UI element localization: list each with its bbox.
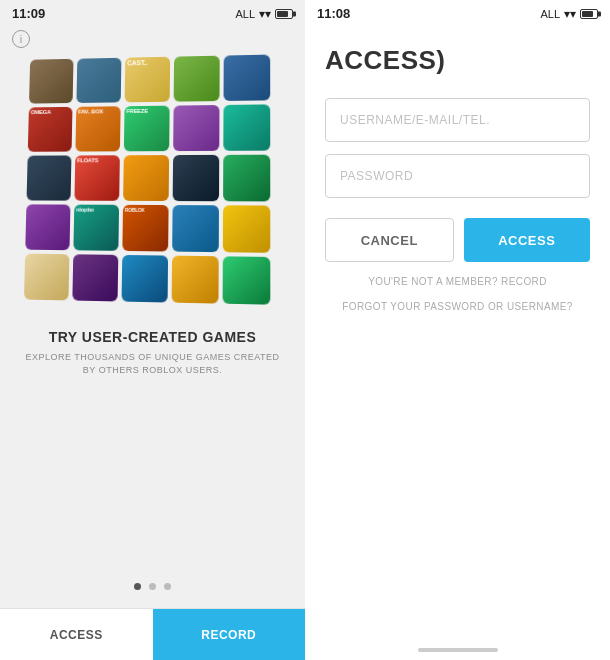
dot-2[interactable] <box>149 583 156 590</box>
game-tile[interactable] <box>23 254 68 301</box>
username-input[interactable] <box>325 98 590 142</box>
game-tile[interactable]: FLOATS <box>74 155 119 201</box>
game-tile[interactable] <box>121 255 168 303</box>
game-tile[interactable] <box>26 155 71 200</box>
network-left: ALL <box>235 8 255 20</box>
game-tile[interactable] <box>223 104 270 150</box>
info-icon[interactable]: i <box>12 30 30 48</box>
left-screen: 11:09 ALL ▾▾ i CAST.. OMEGA FAV.. BOX FR… <box>0 0 305 660</box>
game-tile[interactable]: FREEZE <box>123 106 169 152</box>
home-bar <box>418 648 498 652</box>
wifi-icon-right: ▾▾ <box>564 7 576 21</box>
promo-text: TRY USER-CREATED GAMES EXPLORE THOUSANDS… <box>0 329 305 376</box>
game-tile[interactable] <box>29 59 73 104</box>
game-tile[interactable] <box>25 204 70 250</box>
games-grid: CAST.. OMEGA FAV.. BOX FREEZE FLOATS nlo… <box>23 54 284 305</box>
not-member-link[interactable]: YOU'RE NOT A MEMBER? RECORD <box>325 276 590 287</box>
game-tile[interactable] <box>172 205 219 252</box>
dot-3[interactable] <box>164 583 171 590</box>
status-icons-right: ALL ▾▾ <box>540 7 598 21</box>
game-tile[interactable] <box>76 58 121 103</box>
game-tile[interactable]: ROBLOX <box>122 205 168 252</box>
game-tile[interactable] <box>171 256 218 304</box>
game-tile[interactable]: OMEGA <box>27 107 72 152</box>
game-tile[interactable]: FAV.. BOX <box>75 106 120 151</box>
time-right: 11:08 <box>317 6 350 21</box>
game-tile[interactable]: nlopbo <box>73 205 119 251</box>
promo-subtitle: EXPLORE THOUSANDS OF UNIQUE GAMES CREATE… <box>0 351 305 376</box>
promo-title: TRY USER-CREATED GAMES <box>0 329 305 345</box>
status-bar-right: 11:08 ALL ▾▾ <box>305 0 610 25</box>
dot-1[interactable] <box>134 583 141 590</box>
battery-icon-left <box>275 9 293 19</box>
right-screen: 11:08 ALL ▾▾ ACCESS) CANCEL ACCESS YOU'R… <box>305 0 610 660</box>
game-tile[interactable] <box>223 55 270 101</box>
pagination-dots <box>134 583 171 590</box>
games-grid-container: CAST.. OMEGA FAV.. BOX FREEZE FLOATS nlo… <box>23 55 283 301</box>
game-tile[interactable]: CAST.. <box>124 57 170 103</box>
game-tile[interactable] <box>172 155 219 201</box>
game-tile[interactable] <box>173 105 219 151</box>
access-button[interactable]: ACCESS <box>464 218 591 262</box>
cancel-button[interactable]: CANCEL <box>325 218 454 262</box>
game-tile[interactable] <box>173 56 219 102</box>
game-tile[interactable] <box>222 256 270 304</box>
login-title: ACCESS) <box>325 45 590 76</box>
login-buttons: CANCEL ACCESS <box>325 218 590 262</box>
battery-icon-right <box>580 9 598 19</box>
network-right: ALL <box>540 8 560 20</box>
time-left: 11:09 <box>12 6 45 21</box>
game-tile[interactable] <box>222 205 269 253</box>
status-icons-left: ALL ▾▾ <box>235 7 293 21</box>
game-tile[interactable] <box>72 254 118 301</box>
forgot-password-link[interactable]: FORGOT YOUR PASSWORD OR USERNAME? <box>325 301 590 312</box>
game-tile[interactable] <box>123 155 169 201</box>
login-form: ACCESS) CANCEL ACCESS YOU'RE NOT A MEMBE… <box>305 25 610 660</box>
game-tile[interactable] <box>223 155 270 202</box>
tab-record[interactable]: RECORD <box>153 609 306 660</box>
bottom-tabs-left: ACCESS RECORD <box>0 608 305 660</box>
status-bar-left: 11:09 ALL ▾▾ <box>0 0 305 25</box>
wifi-icon-left: ▾▾ <box>259 7 271 21</box>
password-input[interactable] <box>325 154 590 198</box>
tab-access[interactable]: ACCESS <box>0 609 153 660</box>
